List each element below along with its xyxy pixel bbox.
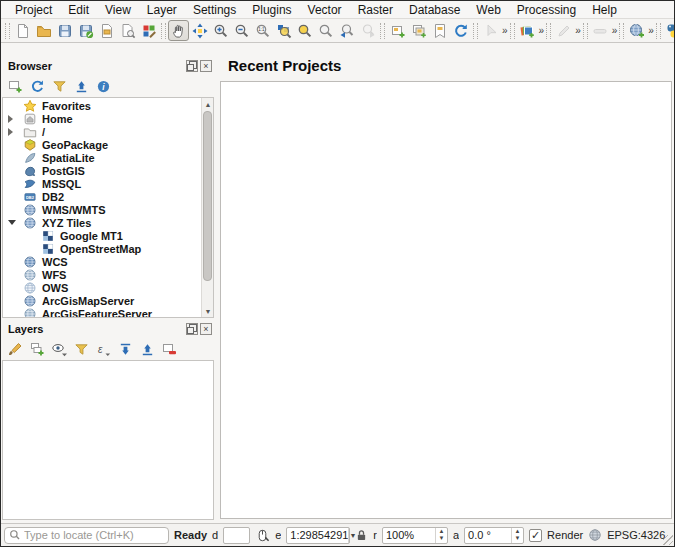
menu-raster[interactable]: Raster (350, 1, 401, 19)
new-print-layout-button[interactable] (96, 20, 117, 41)
remove-layer-button[interactable] (159, 339, 179, 359)
browser-item-wfs[interactable]: WFS (3, 268, 213, 281)
menu-web[interactable]: Web (468, 1, 508, 19)
refresh-button[interactable] (450, 20, 471, 41)
spinner-arrows-icon[interactable]: ▲▼ (511, 528, 523, 543)
layers-list[interactable] (2, 360, 214, 520)
toolbar-overflow-button[interactable]: » (647, 25, 654, 36)
style-manager-button[interactable] (138, 20, 159, 41)
bookmarks-button[interactable] (429, 20, 450, 41)
browser-item-root[interactable]: / (3, 125, 213, 138)
layout-manager-button[interactable] (117, 20, 138, 41)
zoom-to-layer-button[interactable] (315, 20, 336, 41)
browser-collapse-all-button[interactable] (71, 76, 91, 96)
menu-vector[interactable]: Vector (300, 1, 350, 19)
menu-project[interactable]: Project (7, 1, 60, 19)
new-project-button[interactable] (12, 20, 33, 41)
menu-view[interactable]: View (97, 1, 139, 19)
browser-scrollbar[interactable]: ▲ ▼ (201, 98, 213, 317)
filter-browser-button[interactable] (49, 76, 69, 96)
browser-item-spatialite[interactable]: SpatiaLite (3, 151, 213, 164)
toolbar-overflow-button[interactable]: » (501, 25, 508, 36)
toolbar-drag-handle[interactable] (510, 23, 515, 39)
render-checkbox[interactable]: ✓ (529, 529, 542, 542)
expand-all-button[interactable] (115, 339, 135, 359)
menu-settings[interactable]: Settings (185, 1, 244, 19)
browser-item-google-mt1[interactable]: Google MT1 (3, 229, 213, 242)
spinner-arrows-icon[interactable]: ▲▼ (435, 528, 447, 543)
filter-legend-button[interactable] (71, 339, 91, 359)
locator-input[interactable] (24, 529, 154, 541)
browser-item-arcgisfeatureserver[interactable]: ArcGisFeatureServer (3, 307, 213, 318)
browser-item-postgis[interactable]: PostGIS (3, 164, 213, 177)
save-project-button[interactable] (54, 20, 75, 41)
scroll-up-icon[interactable]: ▲ (202, 98, 214, 110)
browser-item-db2[interactable]: DB2DB2 (3, 190, 213, 203)
identify-features-button[interactable] (480, 20, 501, 41)
filter-by-expression-button[interactable]: ε (93, 339, 113, 359)
zoom-in-button[interactable] (210, 20, 231, 41)
data-source-manager-button[interactable] (517, 20, 538, 41)
browser-item-geopackage[interactable]: GeoPackage (3, 138, 213, 151)
scale-combobox[interactable]: 1:29854291▼ (286, 527, 350, 544)
lock-scale-button[interactable] (355, 529, 368, 542)
browser-item-openstreetmap[interactable]: OpenStreetMap (3, 242, 213, 255)
toolbar-drag-handle[interactable] (619, 23, 624, 39)
toolbar-drag-handle[interactable] (583, 23, 588, 39)
scroll-down-icon[interactable]: ▼ (202, 305, 214, 317)
expand-icon[interactable] (8, 128, 13, 136)
browser-close-button[interactable]: × (200, 60, 212, 72)
layers-float-button[interactable] (186, 323, 198, 335)
toolbar-overflow-button[interactable]: » (611, 25, 618, 36)
zoom-to-selection-button[interactable] (294, 20, 315, 41)
menu-help[interactable]: Help (584, 1, 625, 19)
browser-float-button[interactable] (186, 60, 198, 72)
toggle-extents-button[interactable] (255, 528, 270, 543)
menu-plugins[interactable]: Plugins (244, 1, 299, 19)
manage-map-themes-button[interactable] (49, 339, 69, 359)
toolbar-drag-handle[interactable] (546, 23, 551, 39)
pan-map-button[interactable] (168, 20, 189, 41)
toggle-editing-button[interactable] (553, 20, 574, 41)
browser-item-ows[interactable]: OWS (3, 281, 213, 294)
locator-box[interactable] (4, 527, 169, 544)
python-console-button[interactable] (663, 20, 675, 41)
new-3d-map-view-button[interactable] (408, 20, 429, 41)
add-selected-layers-button[interactable] (5, 76, 25, 96)
menu-edit[interactable]: Edit (60, 1, 97, 19)
properties-widget-button[interactable]: i (93, 76, 113, 96)
browser-item-wcs[interactable]: WCS (3, 255, 213, 268)
add-group-button[interactable] (27, 339, 47, 359)
zoom-native-button[interactable]: 1:1 (252, 20, 273, 41)
zoom-full-button[interactable] (273, 20, 294, 41)
browser-item-mssql[interactable]: MSSQL (3, 177, 213, 190)
open-project-button[interactable] (33, 20, 54, 41)
coordinate-input[interactable] (223, 527, 250, 544)
toolbar-overflow-button[interactable]: » (574, 25, 581, 36)
zoom-out-button[interactable] (231, 20, 252, 41)
menu-processing[interactable]: Processing (509, 1, 584, 19)
browser-item-home[interactable]: Home (3, 112, 213, 125)
zoom-next-button[interactable] (357, 20, 378, 41)
toolbar-drag-handle[interactable] (380, 23, 385, 39)
toolbar-drag-handle[interactable] (5, 23, 10, 39)
layers-close-button[interactable]: × (200, 323, 212, 335)
layers-collapse-all-button[interactable] (137, 339, 157, 359)
measure-button[interactable] (590, 20, 611, 41)
expand-icon[interactable] (8, 115, 13, 123)
toolbar-drag-handle[interactable] (161, 23, 166, 39)
open-layer-styling-button[interactable] (5, 339, 25, 359)
browser-item-arcgismapserver[interactable]: ArcGisMapServer (3, 294, 213, 307)
browser-refresh-button[interactable] (27, 76, 47, 96)
browser-item-favorites[interactable]: Favorites (3, 99, 213, 112)
menu-database[interactable]: Database (401, 1, 468, 19)
toolbar-drag-handle[interactable] (473, 23, 478, 39)
recent-projects-list[interactable] (220, 81, 672, 519)
browser-item-xyz-tiles[interactable]: XYZ Tiles (3, 216, 213, 229)
toolbar-drag-handle[interactable] (656, 23, 661, 39)
zoom-last-button[interactable] (336, 20, 357, 41)
new-map-view-button[interactable] (387, 20, 408, 41)
save-project-as-button[interactable] (75, 20, 96, 41)
collapse-icon[interactable] (8, 220, 16, 225)
resize-grip[interactable] (663, 535, 673, 545)
